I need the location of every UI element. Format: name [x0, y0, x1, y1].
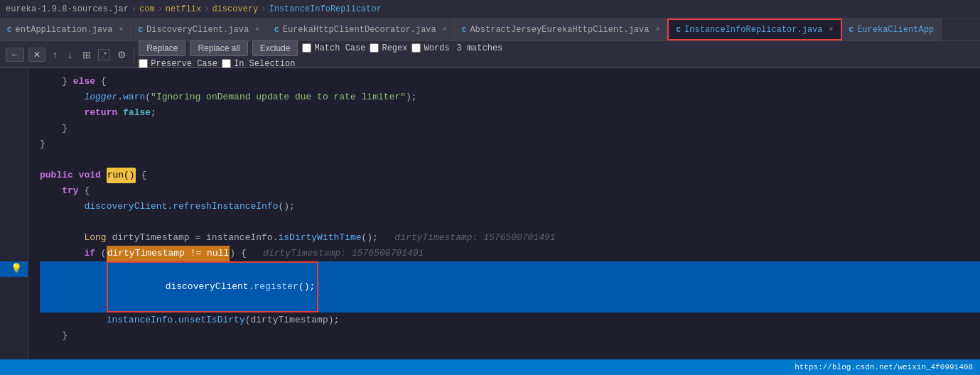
code-line: Long dirtyTimestamp = instanceInfo.isDir… [40, 230, 980, 246]
close-icon[interactable]: × [255, 26, 259, 33]
in-selection-label[interactable]: In Selection [234, 59, 295, 69]
find-toolbar: ← ✕ ↑ ↓ ⊞ .* ⚙ Replace Replace all Exclu… [0, 41, 980, 68]
line-numbers: 💡 [0, 68, 28, 359]
close-icon[interactable]: × [119, 26, 123, 33]
code-line: logger.warn("Ignoring onDemand update du… [40, 89, 980, 105]
class-icon: C [849, 26, 854, 34]
exclude-button[interactable]: Exclude [252, 40, 298, 56]
match-case-label[interactable]: Match Case [314, 43, 365, 53]
highlighted-line-number: 💡 [0, 261, 28, 277]
highlighted-code-line: discoveryClient.register(); [40, 261, 980, 312]
match-case-checkbox[interactable] [302, 43, 311, 53]
run-highlight: run() [107, 168, 136, 183]
replace-all-button[interactable]: Replace all [190, 40, 247, 56]
in-selection-checkbox[interactable] [222, 59, 231, 68]
breadcrumb-jar[interactable]: eureka-1.9.8-sources.jar [6, 4, 129, 14]
nav-back-button[interactable]: ← [6, 48, 24, 62]
replace-button[interactable]: Replace [139, 40, 185, 56]
tab-eurekahttpclientdecorator[interactable]: C EurekaHttpClientDecorator.java × [267, 18, 455, 40]
class-icon: C [274, 26, 279, 34]
tab-label: entApplication.java [16, 25, 113, 35]
preserve-case-group: Preserve Case [139, 59, 217, 69]
code-line: public void run() { [40, 168, 980, 183]
matches-count: 3 matches [457, 43, 503, 53]
code-line: } [40, 136, 980, 152]
words-group: Words [411, 43, 449, 53]
toolbar-row1: Replace Replace all Exclude Match Case R… [139, 40, 502, 56]
preserve-case-checkbox[interactable] [139, 59, 148, 68]
regex-checkbox[interactable] [370, 43, 379, 53]
tab-abstractjerseyeurekahttpclient[interactable]: C AbstractJerseyEurekaHttpClient.java × [455, 18, 668, 40]
toolbar-row2: Preserve Case In Selection [139, 59, 502, 69]
editor-wrapper: 💡 } else { logger.warn("Ignoring onDeman… [0, 68, 980, 359]
dirty-ts-underline: dirtyTimestamp != null [107, 246, 230, 261]
class-icon: C [7, 26, 12, 34]
class-icon: C [138, 26, 143, 34]
in-selection-group: In Selection [222, 59, 295, 69]
code-editor[interactable]: } else { logger.warn("Ignoring onDemand … [28, 68, 980, 359]
arrow-down-button[interactable]: ↓ [65, 48, 75, 62]
code-line: try { [40, 183, 980, 199]
gear-icon-btn[interactable]: ⚙ [114, 48, 129, 62]
class-icon: C [676, 26, 681, 34]
code-line: } [40, 328, 980, 344]
tab-label: EurekaHttpClientDecorator.java [283, 25, 436, 35]
tab-label: EurekaClientApp [857, 25, 934, 35]
code-line: } else { [40, 74, 980, 89]
code-container: 💡 } else { logger.warn("Ignoring onDeman… [0, 68, 980, 359]
register-highlight: discoveryClient.register(); [107, 261, 319, 312]
code-line: instanceInfo.unsetIsDirty(dirtyTimestamp… [40, 312, 980, 328]
code-line: discoveryClient.refreshInstanceInfo(); [40, 199, 980, 214]
tab-instanceinforeplicator[interactable]: C InstanceInfoReplicator.java × [667, 18, 841, 40]
words-checkbox[interactable] [411, 43, 421, 53]
tab-label: InstanceInfoReplicator.java [684, 25, 822, 35]
toolbar-main: Replace Replace all Exclude Match Case R… [139, 40, 502, 69]
tab-label: DiscoveryClient.java [146, 25, 249, 35]
tab-discoveryclient[interactable]: C DiscoveryClient.java × [131, 18, 267, 40]
breadcrumb-folder-com[interactable]: com [139, 4, 155, 14]
tabs-bar: C entApplication.java × C DiscoveryClien… [0, 18, 980, 41]
settings-icon-btn[interactable]: ⊞ [80, 48, 94, 62]
words-label[interactable]: Words [424, 43, 449, 53]
close-icon[interactable]: × [829, 26, 834, 33]
arrow-up-button[interactable]: ↑ [50, 48, 60, 62]
status-bar: https://blog.csdn.net/weixin_4f0991408 [0, 359, 980, 375]
regex-label[interactable]: Regex [382, 43, 407, 53]
code-line: if (dirtyTimestamp != null) { dirtyTimes… [40, 246, 980, 261]
code-line: return false; [40, 105, 980, 121]
close-icon[interactable]: × [443, 26, 447, 33]
class-icon: C [462, 26, 467, 34]
breadcrumb-folder-netflix[interactable]: netflix [166, 4, 201, 14]
preserve-case-label[interactable]: Preserve Case [151, 59, 217, 69]
separator [134, 47, 134, 62]
close-find-button[interactable]: ✕ [28, 48, 45, 62]
tab-entapplication[interactable]: C entApplication.java × [0, 18, 131, 40]
breadcrumb-class[interactable]: InstanceInfoReplicator [269, 4, 381, 14]
code-line [40, 214, 980, 230]
tab-label: AbstractJerseyEurekaHttpClient.java [470, 25, 649, 35]
tab-eurekaclientapp[interactable]: C EurekaClientApp [842, 18, 942, 40]
status-url: https://blog.csdn.net/weixin_4f0991408 [795, 363, 973, 371]
regex-group: Regex [370, 43, 407, 53]
breadcrumb: eureka-1.9.8-sources.jar › com › netflix… [0, 0, 980, 18]
breadcrumb-folder-discovery[interactable]: discovery [212, 4, 258, 14]
close-icon[interactable]: × [655, 26, 659, 33]
code-line: } [40, 121, 980, 136]
match-case-group: Match Case [302, 43, 365, 53]
code-line [40, 152, 980, 168]
regex-icon-btn[interactable]: .* [98, 49, 110, 60]
